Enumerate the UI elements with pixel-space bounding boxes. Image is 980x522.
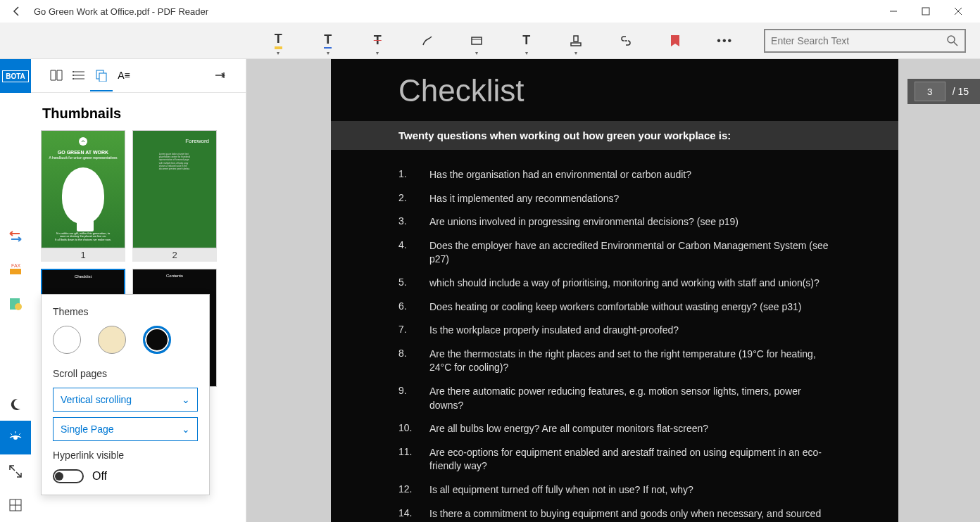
ink-tool[interactable]	[417, 30, 439, 52]
bota-panel-button[interactable]: BOTA	[0, 59, 31, 93]
toolbar: T▾ T▾ T▾ ▾ T▾ ▾ •••	[0, 23, 980, 59]
search-input[interactable]	[771, 35, 946, 46]
svg-rect-10	[10, 269, 21, 274]
grid-icon[interactable]	[0, 488, 31, 522]
note-tool[interactable]: ▾	[466, 30, 488, 52]
page-mode-dropdown[interactable]: Single Page⌄	[53, 417, 198, 441]
svg-point-26	[73, 78, 74, 79]
svg-point-13	[15, 303, 22, 310]
svg-rect-7	[571, 43, 581, 46]
svg-point-8	[948, 36, 955, 43]
strikethrough-tool[interactable]: T▾	[367, 30, 389, 52]
page-subtitle: Twenty questions when working out how gr…	[331, 121, 898, 150]
form-icon[interactable]	[0, 287, 31, 321]
link-tool[interactable]	[615, 30, 637, 52]
document-viewer[interactable]: Checklist Twenty questions when working …	[246, 59, 980, 522]
theme-dark[interactable]	[143, 326, 171, 354]
svg-rect-4	[472, 37, 482, 44]
tab-book[interactable]	[45, 61, 68, 91]
document-page: Checklist Twenty questions when working …	[331, 59, 898, 522]
thumb-label: 2	[132, 248, 217, 262]
undo-redo-icon[interactable]	[0, 219, 31, 253]
bookmark-tool[interactable]	[665, 30, 686, 52]
highlight-tool[interactable]: T▾	[268, 30, 289, 52]
window-title: Go Green Work at Office.pdf - PDF Reader	[34, 6, 208, 17]
scroll-label: Scroll pages	[53, 368, 198, 379]
thumbnail-2[interactable]: Foreword Lorem ipsum dolor sit amet text…	[132, 130, 217, 262]
stamp-tool[interactable]: ▾	[565, 30, 587, 52]
tab-thumbnails[interactable]	[90, 61, 113, 91]
search-icon[interactable]	[946, 34, 959, 47]
titlebar: Go Green Work at Office.pdf - PDF Reader	[0, 0, 980, 23]
thumb-label: 1	[41, 248, 125, 262]
back-button[interactable]	[6, 0, 28, 23]
fax-icon[interactable]: FAX	[0, 253, 31, 287]
tab-outline[interactable]	[68, 61, 90, 91]
minimize-button[interactable]	[877, 0, 910, 23]
svg-rect-28	[99, 73, 106, 82]
current-page-input[interactable]	[915, 82, 946, 101]
svg-line-16	[11, 433, 12, 435]
tab-annotations[interactable]: A≡	[113, 61, 135, 91]
left-rail: BOTA FAX	[0, 59, 31, 522]
theme-sepia[interactable]	[98, 326, 126, 354]
more-tool[interactable]: •••	[715, 30, 736, 52]
svg-point-29	[79, 137, 87, 146]
hyperlink-toggle[interactable]	[53, 469, 84, 483]
underline-tool[interactable]: T▾	[318, 30, 339, 52]
maximize-button[interactable]	[910, 0, 942, 23]
svg-point-24	[73, 71, 74, 72]
chevron-down-icon: ⌄	[182, 424, 190, 435]
tab-pin[interactable]	[209, 61, 232, 91]
text-tool[interactable]: T▾	[516, 30, 538, 52]
svg-rect-1	[922, 8, 929, 15]
svg-point-25	[73, 75, 74, 76]
page-indicator: / 15	[907, 79, 980, 104]
themes-label: Themes	[53, 306, 198, 317]
view-mode-button[interactable]	[0, 421, 31, 454]
toggle-state: Off	[92, 470, 107, 483]
hyperlink-label: Hyperlink visible	[53, 450, 198, 461]
sidebar-title: Thumbnails	[31, 93, 246, 130]
day-night-icon[interactable]	[0, 387, 31, 421]
chevron-down-icon: ⌄	[182, 394, 190, 405]
total-pages: / 15	[953, 86, 980, 97]
svg-text:FAX: FAX	[11, 263, 21, 268]
svg-line-9	[954, 42, 957, 46]
page-heading: Checklist	[331, 59, 898, 121]
thumbnail-1[interactable]: GO GREEN AT WORKA handbook for union gre…	[41, 130, 125, 262]
question-list: 1.Has the organisation had an environmen…	[331, 168, 898, 522]
close-button[interactable]	[942, 0, 974, 23]
fullscreen-icon[interactable]	[0, 454, 31, 488]
svg-line-17	[19, 433, 20, 435]
svg-rect-6	[574, 36, 578, 42]
scroll-mode-dropdown[interactable]: Vertical scrolling⌄	[53, 388, 198, 412]
search-box[interactable]	[764, 29, 966, 53]
view-settings-popup: Themes Scroll pages Vertical scrolling⌄ …	[41, 294, 210, 495]
theme-white[interactable]	[53, 326, 81, 354]
